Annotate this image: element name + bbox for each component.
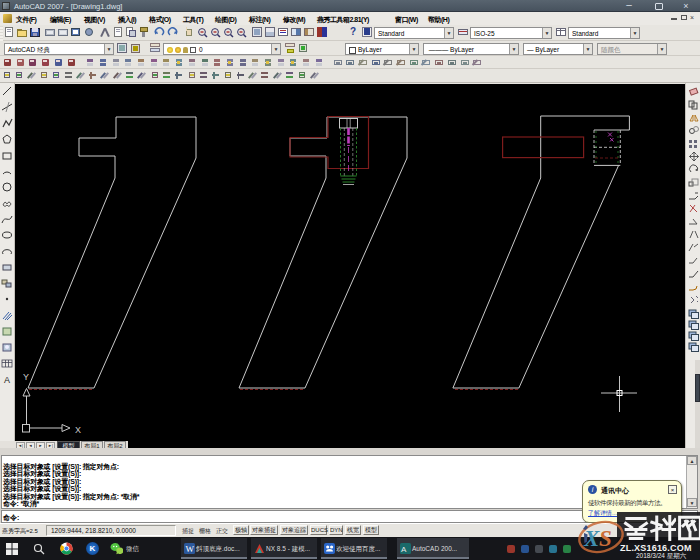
- svg-text:A: A: [4, 375, 10, 385]
- svg-text:S: S: [599, 526, 612, 551]
- svg-text:A: A: [401, 545, 407, 554]
- svg-text:W: W: [186, 544, 195, 554]
- svg-text:X: X: [75, 425, 81, 435]
- svg-text:Y: Y: [23, 372, 29, 382]
